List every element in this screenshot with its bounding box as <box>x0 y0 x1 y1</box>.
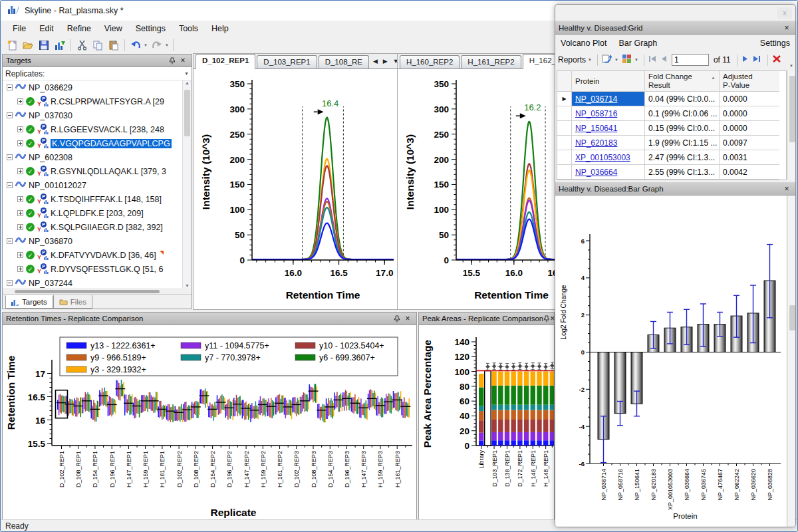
menu-edit[interactable]: Edit <box>33 22 61 35</box>
copy-icon[interactable] <box>90 38 106 53</box>
chevron-down-icon[interactable]: ▼ <box>144 43 148 47</box>
tree-item-peptide[interactable]: ✓ PY R.CSLPRPWALTFSYGR.A [29 <box>3 94 184 108</box>
collapse-icon[interactable] <box>7 238 13 244</box>
chevron-down-icon[interactable]: ▼ <box>588 58 592 62</box>
menu-help[interactable]: Help <box>205 22 235 35</box>
bottom-tab-files[interactable]: Files <box>53 295 92 309</box>
chromatogram-plot-2[interactable]: 05010015020025030035015.516.016.516.2Ret… <box>398 69 555 309</box>
grid-row[interactable]: NP_058716 0.1 (99% CI:0.06 ... 0.0000 <box>557 106 786 121</box>
collapse-icon[interactable] <box>7 84 13 90</box>
menu-settings[interactable]: Settings <box>129 22 172 35</box>
tab-scroll-right-icon[interactable]: ▶ <box>380 58 390 65</box>
first-page-button[interactable] <box>648 55 657 65</box>
fold-change-cell[interactable]: 2.55 (99% CI:1.3... <box>645 165 720 180</box>
peak-areas-chart[interactable]: 020406080100120140LibraryD_103_REP1D_138… <box>419 325 554 520</box>
p-value-cell[interactable]: 0.0031 <box>720 150 779 165</box>
expand-icon[interactable] <box>17 252 23 258</box>
tree-item-peptide[interactable]: ✓ PY K.LQPLDFK.E [203, 209] <box>3 206 184 220</box>
replicate-tab-H_160_REP2[interactable]: H_160_REP2 <box>400 55 460 68</box>
menu-file[interactable]: File <box>6 22 33 35</box>
undo-icon[interactable] <box>128 38 144 53</box>
replicates-combobox[interactable]: Replicates: ▼ <box>3 67 192 80</box>
fold-change-cell[interactable]: 0.15 (99% CI:0.0... <box>645 121 720 136</box>
close-icon[interactable]: × <box>402 314 413 324</box>
chevron-down-icon[interactable]: ▼ <box>634 58 638 62</box>
replicate-tab-H_162_REP2[interactable]: H_162_REP2 <box>523 54 555 69</box>
replicate-tab-D_108_RE[interactable]: D_108_RE <box>319 55 369 68</box>
tree-item-protein[interactable]: NP_036870 <box>3 234 184 248</box>
scroll-down-icon[interactable]: ▼ <box>183 283 192 288</box>
import-results-icon[interactable] <box>52 38 68 53</box>
open-icon[interactable] <box>20 38 36 53</box>
grid-row[interactable]: NP_620183 1.9 (99% CI:1.15 ... 0.0097 <box>557 136 786 150</box>
expand-icon[interactable] <box>17 126 23 132</box>
replicate-tab-D_102_REP1[interactable]: D_102_REP1 <box>196 54 255 69</box>
tree-item-peptide[interactable]: ✓ PY K.SQLPGIIAEGR.D [382, 392] <box>3 220 184 234</box>
expand-icon[interactable] <box>17 98 23 104</box>
grid-menu-volcano-plot[interactable]: Volcano Plot <box>561 39 607 48</box>
tree-item-peptide[interactable]: ✓ PY K.VGQPGDAGAAGPVAPLCPG <box>3 136 184 150</box>
close-icon[interactable]: x <box>777 7 792 19</box>
protein-link[interactable]: NP_058716 <box>575 109 617 118</box>
next-page-button[interactable] <box>742 55 749 65</box>
column-header-p-value[interactable]: AdjustedP-Value <box>720 71 779 92</box>
tree-item-protein[interactable]: NP_037244 <box>3 276 184 288</box>
expand-icon[interactable] <box>17 196 23 202</box>
close-icon[interactable]: × <box>178 56 188 66</box>
collapse-icon[interactable] <box>7 280 13 286</box>
close-icon[interactable]: × <box>781 23 792 33</box>
protein-link[interactable]: NP_036664 <box>575 168 617 177</box>
expand-icon[interactable] <box>17 140 23 146</box>
fold-change-bar-chart[interactable]: -6-4-20246NP_036714NP_058716NP_150641NP_… <box>555 196 786 527</box>
fold-change-cell[interactable]: 0.04 (99% CI:0.0... <box>645 92 720 106</box>
p-value-cell[interactable]: 0.0000 <box>720 106 779 121</box>
expand-icon[interactable] <box>17 266 23 272</box>
tab-scroll-left-icon[interactable]: ◀ <box>370 58 380 65</box>
collapse-icon[interactable] <box>7 182 13 188</box>
column-header-fold-change[interactable]: Fold ChangeResult▲ <box>645 71 720 92</box>
chromatogram-plot-1[interactable]: 05010015020025030035016.016.517.016.4Ret… <box>194 69 398 309</box>
retention-times-chart[interactable]: 15.51616.517D_102_REP1D_108_REP1D_154_RE… <box>3 325 416 520</box>
fold-change-cell[interactable]: 2.47 (99% CI:1.3... <box>645 150 720 165</box>
collapse-icon[interactable] <box>7 154 13 160</box>
menu-refine[interactable]: Refine <box>61 22 98 35</box>
tab-list-icon[interactable]: ▼ <box>390 58 398 65</box>
cut-icon[interactable] <box>74 38 90 53</box>
p-value-cell[interactable]: 0.0000 <box>720 121 779 136</box>
tree-item-protein[interactable]: NP_602308 <box>3 150 184 164</box>
fold-change-cell[interactable]: 1.9 (99% CI:1.15 ... <box>645 136 720 150</box>
floating-titlebar[interactable]: x <box>555 5 795 21</box>
menu-tools[interactable]: Tools <box>172 22 205 35</box>
pin-icon[interactable] <box>167 56 178 66</box>
toolbar-overflow-icon[interactable]: ▼ <box>789 64 793 68</box>
scrollbar-thumb[interactable] <box>184 90 190 136</box>
expand-icon[interactable] <box>17 168 23 174</box>
grid-menu-settings[interactable]: Settings <box>760 39 790 48</box>
tree-item-peptide[interactable]: ✓ PY K.TSDQIHFFFAK.L [148, 158] <box>3 192 184 206</box>
p-value-cell[interactable]: 0.0097 <box>720 136 779 150</box>
grid-menu-bar-graph[interactable]: Bar Graph <box>619 39 658 48</box>
new-document-icon[interactable] <box>4 38 20 53</box>
close-icon[interactable]: × <box>781 184 792 194</box>
grid-scrollbar[interactable] <box>787 70 796 179</box>
pin-icon[interactable] <box>543 314 550 324</box>
grid-row[interactable]: ▶ NP_036714 0.04 (99% CI:0.0... 0.0000 <box>557 92 786 106</box>
close-icon[interactable]: × <box>550 314 555 324</box>
p-value-cell[interactable]: 0.0042 <box>720 165 779 180</box>
chevron-down-icon[interactable]: ▼ <box>165 43 169 47</box>
save-icon[interactable] <box>36 38 52 53</box>
tree-item-peptide[interactable]: ✓ PY R.GSYNLQDLLAQAK.L [379, 3 <box>3 164 184 178</box>
protein-link[interactable]: NP_036714 <box>575 94 617 104</box>
collapse-icon[interactable] <box>7 112 13 118</box>
expand-icon[interactable] <box>17 210 23 216</box>
export-report-icon[interactable] <box>602 54 612 66</box>
tree-item-peptide[interactable]: ✓ PY R.DYVSQFESSTLGK.Q [51, 6 <box>3 262 184 276</box>
bottom-tab-targets[interactable]: Targets <box>5 295 53 309</box>
protein-link[interactable]: NP_620183 <box>575 138 617 148</box>
delete-row-icon[interactable] <box>772 55 781 65</box>
fold-change-cell[interactable]: 0.1 (99% CI:0.06 ... <box>645 106 720 121</box>
menu-view[interactable]: View <box>98 22 129 35</box>
chevron-down-icon[interactable]: ▼ <box>614 58 618 62</box>
replicate-tab-D_103_REP1[interactable]: D_103_REP1 <box>257 55 317 68</box>
reports-dropdown[interactable]: Reports <box>558 55 586 65</box>
